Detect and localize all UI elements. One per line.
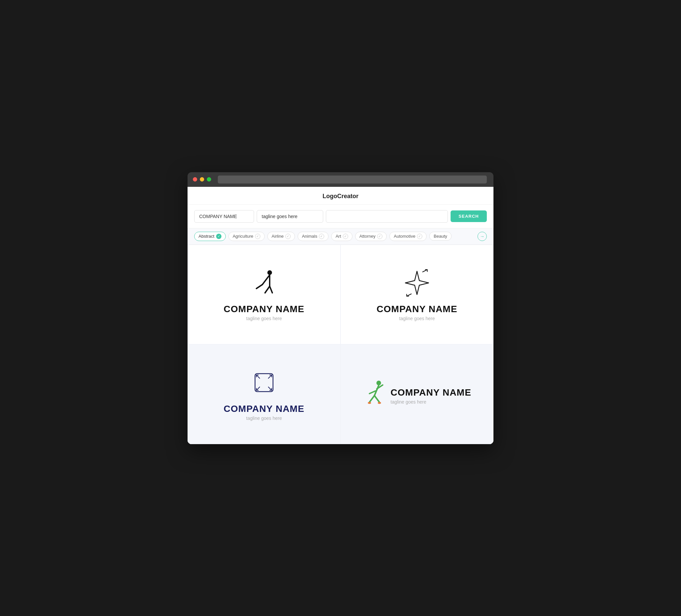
- figure-stretching-icon: [363, 380, 386, 408]
- category-chip-animals[interactable]: Animals: [298, 232, 329, 241]
- logo-company-name-4: COMPANY NAME: [391, 387, 472, 398]
- logo-grid: COMPANY NAME tagline goes here: [187, 245, 494, 444]
- svg-line-16: [370, 391, 375, 393]
- svg-line-4: [265, 286, 270, 293]
- logo-card-2[interactable]: COMPANY NAME tagline goes here: [340, 245, 494, 344]
- logo-card-4[interactable]: COMPANY NAME tagline goes here: [340, 344, 494, 444]
- svg-line-9: [256, 375, 260, 378]
- check-icon-abstract: ✓: [216, 234, 222, 239]
- svg-line-5: [270, 286, 272, 293]
- category-label-abstract: Abstract: [199, 234, 215, 239]
- category-chip-beauty[interactable]: Beauty: [429, 232, 451, 241]
- category-chip-attorney[interactable]: Attorney: [355, 232, 387, 241]
- app-content: LogoCreator SEARCH Abstract ✓ Agricultur…: [187, 187, 494, 444]
- svg-line-7: [407, 294, 411, 296]
- extra-input[interactable]: [326, 210, 448, 223]
- logo-card-3[interactable]: COMPANY NAME tagline goes here: [187, 344, 340, 444]
- svg-point-0: [267, 270, 272, 275]
- search-bar: SEARCH: [187, 205, 494, 228]
- category-label-automotive: Automotive: [394, 234, 415, 239]
- svg-line-18: [374, 395, 379, 402]
- logo-tagline-3: tagline goes here: [246, 415, 282, 421]
- titlebar: [187, 172, 494, 187]
- logo-company-name-1: COMPANY NAME: [224, 304, 305, 314]
- category-label-animals: Animals: [302, 234, 317, 239]
- check-icon-art: [343, 234, 348, 239]
- address-bar[interactable]: [218, 176, 487, 183]
- category-chip-art[interactable]: Art: [331, 232, 352, 241]
- category-chip-airline[interactable]: Airline: [267, 232, 295, 241]
- logo-tagline-4: tagline goes here: [391, 399, 472, 405]
- maximize-button[interactable]: [207, 177, 211, 181]
- category-bar: Abstract ✓ Agriculture Airline Animals A…: [187, 228, 494, 245]
- minimize-button[interactable]: [200, 177, 204, 181]
- arrows-expand-icon: [249, 368, 279, 399]
- figure-bowing-icon: [249, 268, 279, 299]
- logo-tagline-2: tagline goes here: [399, 316, 435, 321]
- category-label-agriculture: Agriculture: [233, 234, 253, 239]
- category-label-attorney: Attorney: [359, 234, 375, 239]
- app-title: LogoCreator: [323, 193, 358, 200]
- tagline-input[interactable]: [257, 210, 323, 223]
- logo-company-name-2: COMPANY NAME: [377, 304, 457, 314]
- logo-tagline-1: tagline goes here: [246, 316, 282, 321]
- logo-card-1[interactable]: COMPANY NAME tagline goes here: [187, 245, 340, 344]
- check-icon-attorney: [377, 234, 382, 239]
- category-label-beauty: Beauty: [434, 234, 447, 239]
- check-icon-animals: [319, 234, 324, 239]
- check-icon-agriculture: [255, 234, 260, 239]
- check-icon-automotive: [417, 234, 422, 239]
- svg-line-6: [423, 270, 427, 272]
- svg-point-20: [378, 402, 381, 404]
- svg-line-2: [256, 285, 262, 288]
- svg-line-10: [268, 375, 272, 378]
- category-next-arrow[interactable]: →: [478, 232, 487, 241]
- svg-line-11: [256, 387, 260, 390]
- logo-company-name-3: COMPANY NAME: [224, 404, 305, 414]
- svg-point-19: [368, 402, 371, 404]
- svg-line-1: [262, 275, 270, 285]
- category-chip-agriculture[interactable]: Agriculture: [228, 232, 265, 241]
- search-button[interactable]: SEARCH: [451, 210, 487, 222]
- svg-line-12: [268, 387, 272, 390]
- browser-window: LogoCreator SEARCH Abstract ✓ Agricultur…: [187, 172, 494, 444]
- check-icon-airline: [285, 234, 291, 239]
- category-chip-automotive[interactable]: Automotive: [389, 232, 427, 241]
- category-label-airline: Airline: [272, 234, 284, 239]
- app-header: LogoCreator: [187, 187, 494, 205]
- category-label-art: Art: [335, 234, 341, 239]
- close-button[interactable]: [193, 177, 197, 181]
- star-sparkle-icon: [402, 268, 432, 299]
- svg-line-17: [370, 395, 374, 402]
- category-chip-abstract[interactable]: Abstract ✓: [194, 232, 226, 241]
- company-name-input[interactable]: [194, 210, 254, 223]
- logo-text-block-4: COMPANY NAME tagline goes here: [391, 384, 472, 405]
